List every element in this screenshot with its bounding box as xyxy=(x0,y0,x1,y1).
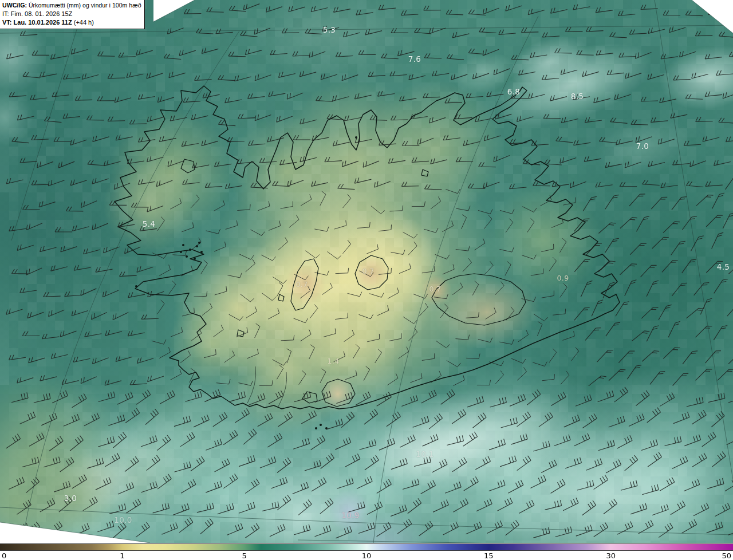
colorbar-tick: 5 xyxy=(242,551,247,560)
map-area: 5.37.66.88.57.05.44.50.70.70.70.91.410.1… xyxy=(0,0,733,543)
precipitation-wind-map-canvas xyxy=(0,0,733,543)
colorbar-tick: 10 xyxy=(362,551,372,560)
colorbar-tick: 1 xyxy=(120,551,124,560)
colorbar-gradient xyxy=(0,544,733,551)
title-line: UWC/IG: Úrkomumætti (mm) og vindur i 100… xyxy=(2,1,141,10)
colorbar-tick: 15 xyxy=(484,551,494,560)
model-id: UWC/IG: xyxy=(2,2,27,9)
colorbar-tick: 50 xyxy=(722,551,731,560)
lead-time: (+44 h) xyxy=(72,19,94,26)
colorbar: 01510153050 xyxy=(0,543,733,560)
init-time: IT: Fim. 08. 01. 2026 15Z xyxy=(2,10,141,18)
map-title-box: UWC/IG: Úrkomumætti (mm) og vindur i 100… xyxy=(0,0,145,29)
colorbar-tick: 30 xyxy=(606,551,616,560)
colorbar-tick: 0 xyxy=(2,551,6,560)
map-title: Úrkomumætti (mm) og vindur i 100m hæð xyxy=(27,2,141,9)
valid-time-line: VT: Lau. 10.01.2026 11Z (+44 h) xyxy=(2,18,141,27)
weather-forecast-chart: 5.37.66.88.57.05.44.50.70.70.70.91.410.1… xyxy=(0,0,733,560)
colorbar-tick-labels: 01510153050 xyxy=(0,551,733,560)
valid-time: VT: Lau. 10.01.2026 11Z xyxy=(2,19,72,26)
